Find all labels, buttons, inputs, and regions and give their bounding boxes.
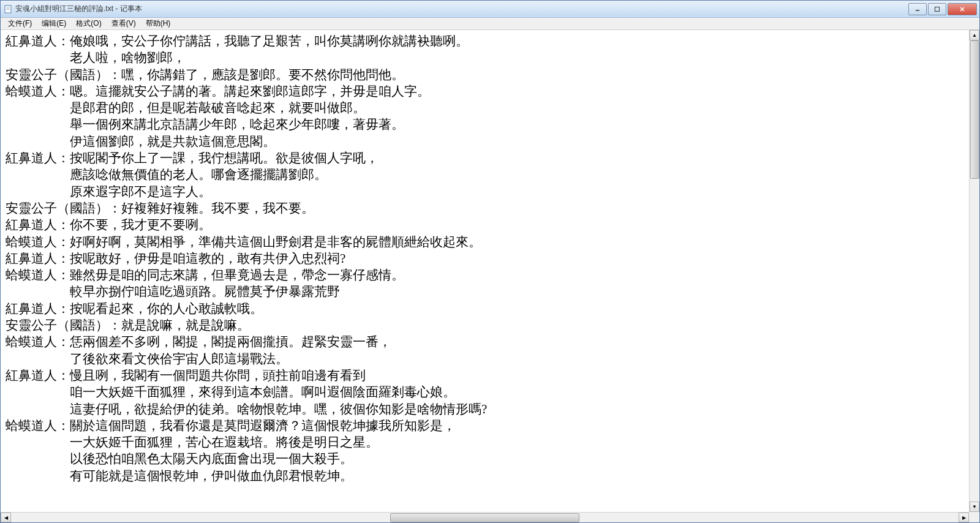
scroll-down-arrow[interactable]: ▼	[970, 502, 979, 512]
scroll-thumb-v[interactable]	[970, 40, 979, 179]
vertical-scrollbar[interactable]: ▲ ▼	[969, 30, 979, 512]
menu-format[interactable]: 格式(O)	[71, 17, 106, 30]
scroll-right-arrow[interactable]: ▶	[959, 513, 969, 522]
menu-bar: 文件(F) 编辑(E) 格式(O) 查看(V) 帮助(H)	[1, 18, 979, 30]
text-editor[interactable]: 紅鼻道人：俺娘哦，安公子你佇講話，我聽了足艱苦，叫你莫講咧你就講袂聽咧。 老人啦…	[1, 30, 969, 512]
menu-view[interactable]: 查看(V)	[107, 17, 141, 30]
menu-edit[interactable]: 编辑(E)	[37, 17, 71, 30]
scroll-left-arrow[interactable]: ◀	[1, 513, 11, 522]
content-area: 紅鼻道人：俺娘哦，安公子你佇講話，我聽了足艱苦，叫你莫講咧你就講袂聽咧。 老人啦…	[1, 30, 979, 512]
horizontal-scrollbar[interactable]: ◀ ▶	[1, 512, 969, 522]
svg-rect-5	[935, 7, 940, 11]
scroll-track-v[interactable]	[970, 40, 979, 502]
svg-rect-0	[5, 6, 11, 13]
close-button[interactable]	[948, 3, 977, 15]
minimize-button[interactable]	[908, 3, 927, 15]
scroll-up-arrow[interactable]: ▲	[970, 30, 979, 40]
menu-help[interactable]: 帮助(H)	[141, 17, 176, 30]
scroll-corner	[969, 512, 979, 522]
title-bar[interactable]: 安魂小組對明江三秘的評論.txt - 记事本	[1, 1, 979, 18]
bottom-scroll-row: ◀ ▶	[1, 512, 979, 522]
menu-file[interactable]: 文件(F)	[3, 17, 37, 30]
maximize-button[interactable]	[928, 3, 946, 15]
notepad-icon	[3, 4, 13, 14]
scroll-track-h[interactable]	[11, 513, 959, 522]
window-title: 安魂小組對明江三秘的評論.txt - 记事本	[15, 4, 908, 14]
scroll-thumb-h[interactable]	[390, 513, 579, 522]
window-controls	[908, 3, 977, 15]
notepad-window: 安魂小組對明江三秘的評論.txt - 记事本 文件(F) 编辑(E) 格式(O)…	[0, 0, 980, 523]
